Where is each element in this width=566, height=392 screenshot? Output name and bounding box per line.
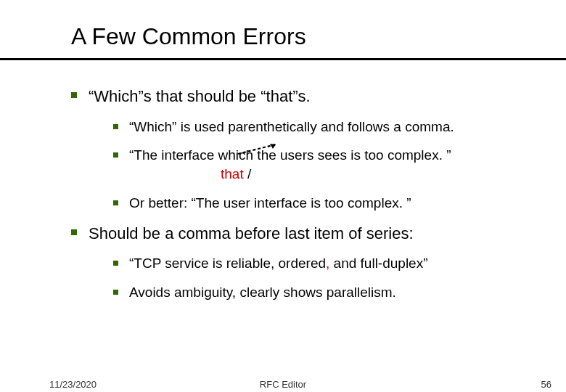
bullet-1-2-correction: that / [221, 165, 251, 184]
bullet-2-2-text: Avoids ambiguity, clearly shows parallel… [129, 285, 396, 300]
bullet-1-3: Or better: “The user interface is too co… [113, 194, 536, 213]
footer-page-number: 56 [541, 379, 551, 390]
slide: A Few Common Errors “Which”s that should… [0, 0, 566, 392]
bullet-1: “Which”s that should be “that”s. “Which”… [71, 86, 536, 213]
bullet-1-sublist: “Which” is used parenthetically and foll… [113, 118, 536, 213]
bullet-2-1: “TCP service is reliable, ordered, and f… [113, 254, 536, 273]
correction-word: that [221, 166, 244, 181]
footer-center: RFC Editor [0, 379, 566, 390]
bullet-1-1: “Which” is used parenthetically and foll… [113, 118, 536, 136]
square-bullet-icon [113, 124, 118, 129]
square-bullet-icon [71, 92, 77, 98]
bullet-2-sublist: “TCP service is reliable, ordered, and f… [113, 254, 536, 301]
bullet-1-text: “Which”s that should be “that”s. [89, 87, 311, 105]
slide-body: “Which”s that should be “that”s. “Which”… [71, 86, 536, 312]
title-underline [0, 58, 566, 60]
square-bullet-icon [113, 152, 118, 158]
bullet-1-1-text: “Which” is used parenthetically and foll… [129, 119, 454, 134]
square-bullet-icon [113, 200, 118, 205]
bullet-1-2-text: “The interface which the users sees is t… [129, 147, 451, 163]
bullet-1-3-text: Or better: “The user interface is too co… [129, 195, 411, 211]
bullet-1-2: “The interface which the users sees is t… [113, 146, 536, 165]
bullet-2-2: Avoids ambiguity, clearly shows parallel… [113, 283, 536, 302]
correction-slash: / [244, 166, 252, 181]
bullet-2-text: Should be a comma before last item of se… [89, 224, 414, 242]
square-bullet-icon [71, 229, 77, 235]
bullet-2-1-pre: “TCP service is reliable, ordered [129, 256, 326, 271]
bullet-2-1-post: and full-duplex” [329, 256, 427, 271]
square-bullet-icon [113, 261, 118, 266]
slide-title: A Few Common Errors [71, 23, 306, 50]
bullet-2: Should be a comma before last item of se… [71, 223, 536, 302]
square-bullet-icon [113, 290, 118, 295]
